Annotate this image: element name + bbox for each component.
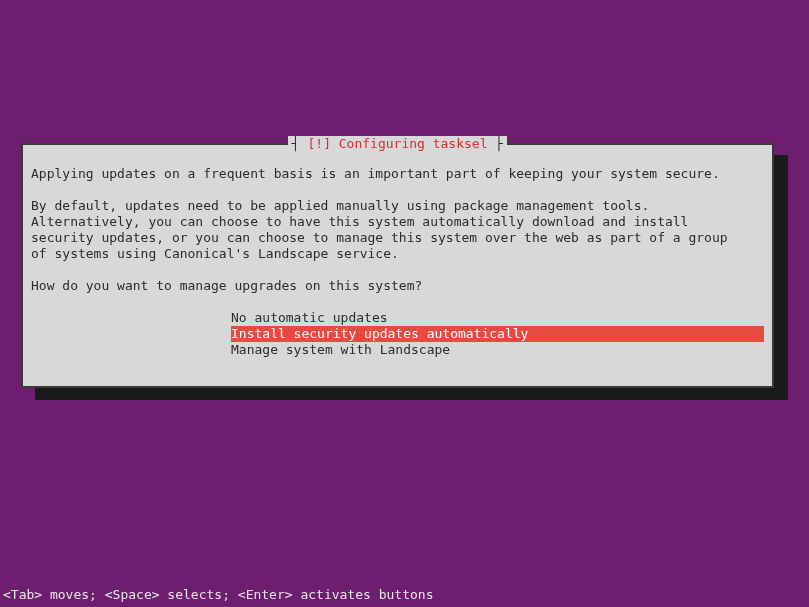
dialog-paragraph-1: Applying updates on a frequent basis is … — [31, 166, 764, 182]
title-suffix: ├ — [488, 136, 504, 151]
option-manage-with-landscape[interactable]: Manage system with Landscape — [231, 342, 764, 358]
option-no-automatic-updates[interactable]: No automatic updates — [231, 310, 764, 326]
options-list: No automatic updates Install security up… — [231, 310, 764, 358]
title-prefix: ┤ — [292, 136, 308, 151]
option-install-security-updates[interactable]: Install security updates automatically — [231, 326, 764, 342]
title-marker: [!] — [307, 136, 330, 151]
dialog-title: ┤ [!] Configuring tasksel ├ — [23, 136, 772, 152]
title-text: Configuring tasksel — [339, 136, 488, 151]
dialog-paragraph-2: By default, updates need to be applied m… — [31, 198, 764, 262]
tasksel-dialog: ┤ [!] Configuring tasksel ├ Applying upd… — [21, 143, 774, 388]
dialog-question: How do you want to manage upgrades on th… — [31, 278, 764, 294]
status-bar: <Tab> moves; <Space> selects; <Enter> ac… — [3, 587, 433, 603]
